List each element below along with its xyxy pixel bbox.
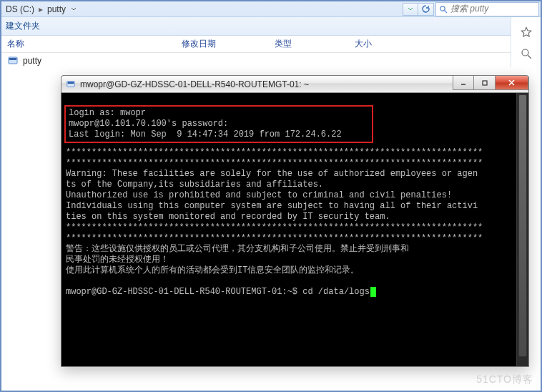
window-title: mwopr@GD-GZ-HDSSC-01-DELL-R540-ROUTEMGT-… — [80, 79, 448, 89]
login-line-1: login as: mwopr — [69, 108, 146, 118]
address-buttons — [403, 3, 434, 16]
window-buttons — [453, 76, 528, 92]
banner-line: Individuals using this computer system a… — [66, 201, 478, 211]
breadcrumb-folder[interactable]: putty — [47, 4, 66, 14]
chevron-down-icon[interactable] — [69, 4, 79, 14]
terminal-scrollbar[interactable] — [516, 93, 528, 366]
svg-rect-3 — [9, 58, 16, 60]
login-line-2: mwopr@10.101.70.100's password: — [69, 119, 228, 129]
svg-line-1 — [445, 10, 447, 12]
close-button[interactable] — [496, 76, 528, 90]
banner-stars: ****************************************… — [66, 222, 483, 232]
svg-line-5 — [528, 55, 531, 59]
svg-point-4 — [522, 49, 528, 56]
right-rail — [511, 17, 541, 67]
file-name: putty — [23, 56, 41, 66]
shell-prompt: mwopr@GD-GZ-HDSSC-01-DELL-R540-ROUTEMGT-… — [66, 287, 302, 297]
scrollbar-thumb[interactable] — [518, 94, 527, 357]
banner-stars: ****************************************… — [66, 233, 483, 243]
column-headers: 名称 修改日期 类型 大小 — [1, 36, 541, 53]
chevron-right-icon: ▸ — [37, 4, 44, 14]
explorer-toolbar: 建文件夹 — [1, 17, 541, 36]
svg-rect-9 — [483, 81, 487, 85]
search-rail-icon[interactable] — [518, 46, 534, 62]
refresh-button[interactable] — [418, 3, 434, 16]
column-size[interactable]: 大小 — [355, 38, 412, 50]
login-line-3: Last login: Mon Sep 9 14:47:34 2019 from… — [69, 129, 342, 139]
banner-line: ties on this system monitored and record… — [66, 212, 390, 222]
maximize-button[interactable] — [474, 76, 496, 90]
list-item[interactable]: putty — [1, 53, 541, 69]
minimize-button[interactable] — [453, 76, 474, 90]
banner-cn-line: 警告：这些设施仅供授权的员工或公司代理，其分支机构和子公司使用。禁止并受到刑事和 — [66, 244, 409, 254]
putty-icon — [66, 79, 76, 89]
search-input[interactable]: 搜索 putty — [435, 2, 539, 16]
login-highlight-box: login as: mwopr mwopr@10.101.70.100's pa… — [64, 105, 373, 143]
search-icon — [439, 5, 448, 14]
column-date[interactable]: 修改日期 — [182, 38, 275, 50]
banner-line: Warning: These facilities are solely for… — [66, 169, 478, 179]
banner-stars: ****************************************… — [66, 147, 483, 157]
banner-cn-line: 民事处罚的未经授权使用！ — [66, 255, 169, 265]
shell-command: cd /data/logs — [302, 287, 370, 297]
explorer-address-bar: DS (C:) ▸ putty 搜索 putty — [1, 1, 541, 17]
address-dropdown-button[interactable] — [403, 3, 418, 16]
cursor-icon — [370, 287, 376, 297]
banner-line: Unauthorized use is prohibited and subje… — [66, 190, 452, 200]
new-folder-button[interactable]: 建文件夹 — [6, 20, 40, 32]
terminal[interactable]: login as: mwopr mwopr@10.101.70.100's pa… — [61, 93, 528, 366]
watermark: 51CTO博客 — [476, 373, 533, 386]
breadcrumb[interactable]: DS (C:) ▸ putty — [1, 4, 83, 14]
breadcrumb-drive[interactable]: DS (C:) — [6, 4, 34, 14]
banner-cn-line: 使用此计算机系统个人的所有的活动都会受到IT信息安全团队的监控和记录。 — [66, 265, 359, 275]
svg-rect-7 — [68, 82, 74, 84]
column-name[interactable]: 名称 — [7, 38, 182, 50]
search-placeholder: 搜索 putty — [450, 3, 488, 15]
titlebar[interactable]: mwopr@GD-GZ-HDSSC-01-DELL-R540-ROUTEMGT-… — [61, 76, 528, 93]
banner-stars: ****************************************… — [66, 158, 483, 168]
banner-line: ts of the Company,its subsidiaries and a… — [66, 180, 323, 190]
putty-window: mwopr@GD-GZ-HDSSC-01-DELL-R540-ROUTEMGT-… — [61, 75, 529, 367]
putty-file-icon — [7, 55, 19, 67]
svg-point-0 — [440, 6, 445, 10]
column-type[interactable]: 类型 — [275, 38, 355, 50]
star-icon[interactable] — [518, 24, 534, 40]
